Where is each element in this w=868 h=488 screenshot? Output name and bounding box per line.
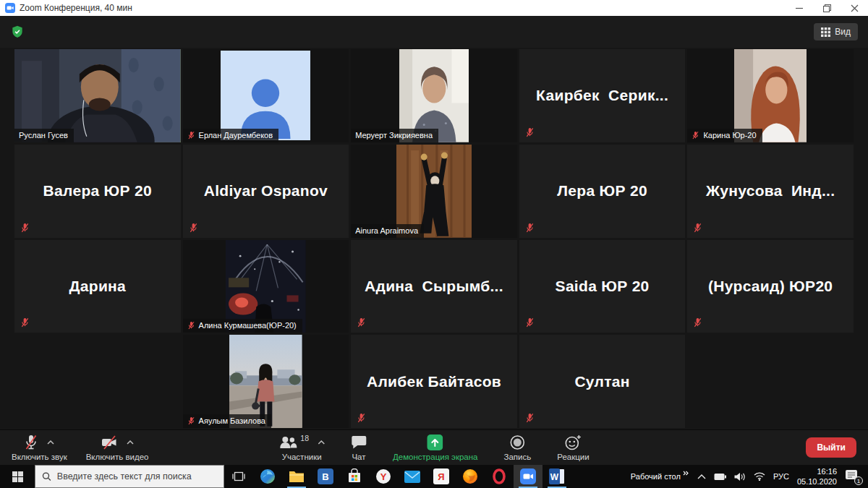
notification-badge: 1	[854, 476, 863, 485]
reactions-button[interactable]: Реакции	[557, 435, 589, 461]
desktop-toolbar[interactable]: Рабочий стол	[631, 472, 689, 481]
reactions-icon	[564, 435, 582, 450]
participants-chevron-icon[interactable]	[318, 440, 325, 445]
taskbar-icon-zoom[interactable]	[514, 465, 542, 488]
share-screen-button[interactable]: Демонстрация экрана	[393, 435, 478, 461]
chat-button[interactable]: Чат	[351, 435, 367, 461]
search-input[interactable]	[57, 471, 217, 481]
participants-label: Участники	[282, 453, 322, 461]
participant-tile[interactable]: Ерлан Даурембеков	[183, 49, 349, 142]
zoom-app-icon	[5, 3, 15, 13]
window-title: Zoom Конференция, 40 мин	[20, 3, 786, 13]
participant-name: Руслан Гусев	[19, 131, 68, 140]
start-button[interactable]	[0, 465, 35, 488]
start-video-label: Включить видео	[86, 453, 149, 461]
view-button[interactable]: Вид	[814, 23, 858, 40]
unmute-label: Включить звук	[12, 453, 67, 461]
microsoft-store-icon	[346, 468, 362, 484]
unmute-button[interactable]: Включить звук	[12, 435, 67, 461]
participant-tile[interactable]: Жунусова Инд...	[687, 145, 854, 238]
taskbar-clock[interactable]: 16:16 05.10.2020	[797, 466, 837, 487]
participant-name-label: Ainura Apraimova	[351, 224, 424, 238]
participant-tile[interactable]: Аяулым Базилова	[183, 335, 349, 428]
chat-label: Чат	[352, 453, 365, 461]
chat-icon	[351, 435, 367, 450]
taskbar-icon-yandex[interactable]: Я	[427, 465, 456, 488]
participant-tile[interactable]: Адина Сырымб...	[351, 240, 517, 333]
tray-date: 05.10.2020	[797, 476, 837, 487]
muted-mic-icon	[189, 223, 198, 233]
muted-mic-icon	[20, 317, 30, 328]
participant-tile[interactable]: Дарина	[14, 240, 181, 333]
taskbar-icon-microsoft-store[interactable]	[340, 465, 369, 488]
participant-tile[interactable]: Aldiyar Ospanov	[183, 145, 349, 238]
search-icon	[42, 471, 51, 481]
start-video-button[interactable]: Включить видео	[86, 435, 149, 461]
participant-name-label: Руслан Гусев	[14, 129, 74, 142]
participant-tile[interactable]: Карина Юр-20	[687, 49, 854, 142]
participant-tile[interactable]: Лера ЮР 20	[519, 145, 686, 238]
camera-muted-icon	[101, 435, 118, 450]
participant-tile[interactable]: (Нурсаид) ЮР20	[687, 240, 854, 333]
taskbar-search[interactable]	[35, 465, 224, 488]
expand-toolbar-icon[interactable]	[683, 471, 689, 476]
participant-tile[interactable]: Ainura Apraimova	[351, 145, 517, 238]
wifi-icon[interactable]	[754, 472, 765, 481]
yandex-browser-icon: Y	[375, 468, 391, 484]
participant-name-label: Карина Юр-20	[687, 129, 762, 142]
yandex-icon: Я	[433, 468, 449, 484]
taskbar-icon-yandex-browser[interactable]: Y	[369, 465, 398, 488]
participant-name: Адина Сырымб...	[351, 240, 517, 333]
maximize-button[interactable]	[813, 0, 841, 16]
participant-name: Карина Юр-20	[703, 131, 756, 140]
video-options-chevron-icon[interactable]	[127, 440, 134, 445]
language-indicator[interactable]: РУС	[773, 472, 789, 481]
record-icon	[509, 435, 525, 450]
svg-text:W: W	[550, 472, 559, 482]
taskbar-icon-file-explorer[interactable]	[282, 465, 311, 488]
participant-tile[interactable]: Алибек Байтасов	[351, 335, 517, 428]
participants-grid: Руслан Гусев Ерлан Даурембеков Меруерт З	[0, 48, 868, 429]
svg-text:В: В	[322, 471, 328, 482]
task-view-button[interactable]	[224, 465, 253, 488]
minimize-button[interactable]	[786, 0, 813, 16]
participant-tile[interactable]: Валера ЮР 20	[14, 145, 181, 238]
participant-tile[interactable]: Руслан Гусев	[14, 49, 181, 142]
notification-center-button[interactable]: 1	[845, 469, 861, 484]
leave-button[interactable]: Выйти	[806, 437, 856, 458]
close-button[interactable]	[841, 0, 868, 16]
audio-options-chevron-icon[interactable]	[47, 440, 54, 445]
svg-text:Я: Я	[438, 471, 444, 482]
mail-icon	[404, 471, 420, 483]
meeting-topbar: Вид	[0, 16, 868, 48]
muted-mic-icon	[187, 416, 195, 425]
muted-mic-icon	[357, 413, 366, 423]
record-button[interactable]: Запись	[504, 435, 532, 461]
taskbar-icon-mail[interactable]	[398, 465, 427, 488]
hidden-icons-chevron-icon[interactable]	[697, 474, 706, 479]
taskbar-icon-opera[interactable]	[485, 465, 514, 488]
participant-tile[interactable]: Меруерт Зикрияевна	[351, 49, 517, 142]
participant-name: (Нурсаид) ЮР20	[687, 240, 854, 333]
battery-icon[interactable]	[714, 473, 726, 481]
participant-tile[interactable]: Султан	[519, 335, 686, 428]
muted-mic-icon	[525, 413, 535, 423]
grid-view-icon	[821, 27, 830, 37]
participant-tile[interactable]: Алина Курмашева(ЮР-20)	[183, 240, 349, 333]
volume-icon[interactable]	[734, 472, 746, 481]
taskbar-icon-firefox[interactable]	[456, 465, 485, 488]
taskbar-icon-word[interactable]: W	[542, 465, 571, 488]
firefox-icon	[462, 468, 478, 484]
meeting-security-shield-icon[interactable]	[10, 25, 25, 39]
participant-tile[interactable]: Каирбек Серик...	[519, 49, 686, 142]
taskbar-icon-vk[interactable]: В	[311, 465, 340, 488]
word-icon: W	[549, 468, 565, 484]
windows-logo-icon	[12, 471, 23, 482]
participant-name: Алина Курмашева(ЮР-20)	[199, 321, 297, 330]
taskbar-icon-edge[interactable]	[253, 465, 282, 488]
participants-button[interactable]: 18 Участники	[278, 435, 325, 461]
participant-name: Aldiyar Ospanov	[183, 145, 349, 238]
participant-tile[interactable]: Saida ЮР 20	[519, 240, 686, 333]
edge-browser-icon	[260, 468, 276, 484]
participant-name: Аяулым Базилова	[199, 416, 265, 425]
